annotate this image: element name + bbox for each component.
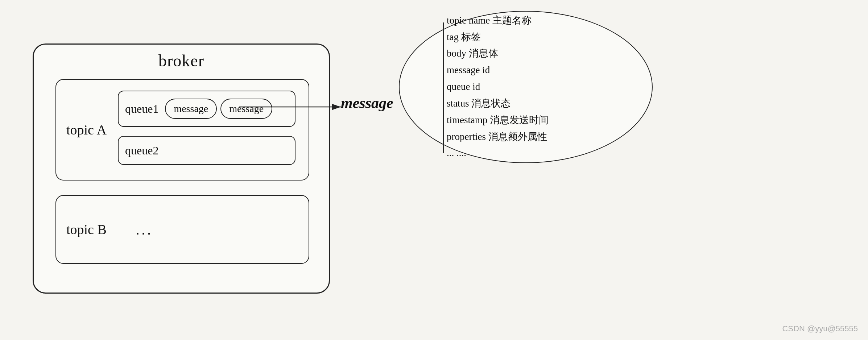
queue2-label: queue2 bbox=[125, 144, 158, 157]
prop-status: status 消息状态 bbox=[447, 96, 652, 111]
prop-properties: properties 消息额外属性 bbox=[447, 129, 652, 145]
topic-a-label: topic A bbox=[66, 122, 107, 138]
prop-body: body 消息体 bbox=[447, 46, 652, 61]
queue1-box: queue1 message message bbox=[118, 91, 295, 127]
topic-b-dots: ... bbox=[136, 221, 153, 238]
message-oval-2: message bbox=[220, 99, 272, 119]
prop-queue-id: queue id bbox=[447, 79, 652, 95]
topic-a-box: topic A queue1 message message queue2 bbox=[55, 79, 309, 181]
message-ellipse: topic name 主题名称 tag 标签 body 消息体 message … bbox=[399, 11, 653, 163]
prop-message-id: message id bbox=[447, 63, 652, 78]
broker-box: broker topic A queue1 message message qu… bbox=[33, 43, 330, 294]
prop-tag: tag 标签 bbox=[447, 30, 652, 45]
watermark: CSDN @yyu@55555 bbox=[782, 324, 858, 333]
message-oval-1: message bbox=[165, 99, 217, 119]
prop-dots: ... .... bbox=[447, 146, 652, 161]
broker-label: broker bbox=[34, 51, 329, 70]
topic-b-label: topic B bbox=[66, 221, 107, 237]
prop-timestamp: timestamp 消息发送时间 bbox=[447, 113, 652, 128]
message-side-label: message bbox=[341, 94, 393, 112]
queue2-box: queue2 bbox=[118, 136, 295, 165]
prop-topic-name: topic name 主题名称 bbox=[447, 13, 652, 28]
ellipse-divider bbox=[443, 22, 444, 153]
topic-b-box: topic B ... bbox=[55, 195, 309, 264]
queue1-label: queue1 bbox=[125, 102, 158, 116]
